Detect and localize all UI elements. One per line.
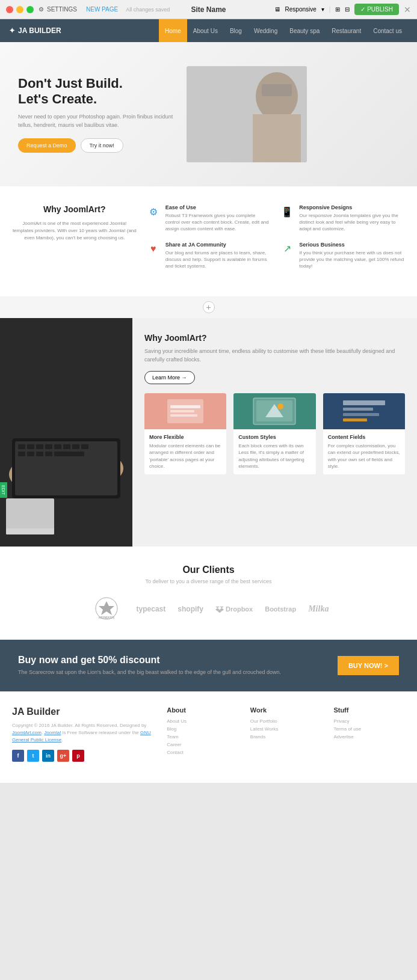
client-dropbox: Dropbox xyxy=(215,605,253,613)
footer-stuff-col: Stuff Privacy Terms of use Advertise xyxy=(333,706,405,762)
try-button[interactable]: Try it now! xyxy=(81,138,123,153)
client-bootstrap: Bootstrap xyxy=(265,605,296,613)
nav-beauty[interactable]: Beauty spa xyxy=(283,19,326,42)
svg-rect-38 xyxy=(343,413,379,416)
footer-portfolio[interactable]: Our Portfolio xyxy=(250,718,322,724)
saved-status: All changes saved xyxy=(126,7,170,13)
svg-rect-24 xyxy=(6,528,54,534)
footer-top: JA Builder Copyright © 2016 JA Builder. … xyxy=(12,706,405,762)
feature-business: ↗ Serious Business If you think your pur… xyxy=(280,242,405,270)
view-icon2: ⊟ xyxy=(345,6,350,13)
card-content-body: Content Fields For complex customisation… xyxy=(323,429,405,474)
hero-svg xyxy=(187,66,307,162)
flexible-svg xyxy=(158,393,212,429)
logo-text: JA BUILDER xyxy=(18,26,61,35)
logo-icon: ✦ xyxy=(9,26,15,35)
footer-privacy[interactable]: Privacy xyxy=(333,718,405,724)
footer-brands[interactable]: Brands xyxy=(250,734,322,740)
footer-work-title: Work xyxy=(250,706,322,714)
settings-area: ⚙ SETTINGS NEW PAGE All changes saved xyxy=(39,6,170,13)
card-flexible-title: More Flexible xyxy=(149,434,221,440)
clients-section: Our Clients To deliver to you a diverse … xyxy=(0,547,417,640)
new-page-btn[interactable]: NEW PAGE xyxy=(86,6,118,13)
business-icon: ↗ xyxy=(280,242,294,256)
buy-now-button[interactable]: BUY NOW! > xyxy=(338,656,399,675)
responsive-content: Responsive Designs Our responsive Joomla… xyxy=(299,204,405,233)
close-traffic-light[interactable] xyxy=(6,6,13,13)
ease-text: Robust T3 Framework gives you complete c… xyxy=(165,212,271,233)
responsive-title: Responsive Designs xyxy=(299,204,405,210)
hero-image xyxy=(187,66,307,162)
card-custom-image xyxy=(233,393,315,429)
edit-sidebar: EDIT xyxy=(0,482,7,498)
joomla-link[interactable]: Joomla! xyxy=(44,730,61,735)
dropdown-icon[interactable]: ▾ xyxy=(321,6,324,13)
svg-rect-14 xyxy=(54,444,61,449)
social-links: f t in g+ p xyxy=(12,750,155,762)
svg-rect-9 xyxy=(15,441,117,495)
settings-label[interactable]: SETTINGS xyxy=(47,6,77,13)
footer-blog[interactable]: Blog xyxy=(167,726,238,732)
publish-button[interactable]: ✓ PUBLISH xyxy=(354,4,399,15)
hero-buttons: Request a Demo Try it now! xyxy=(18,138,187,153)
close-button[interactable]: ✕ xyxy=(404,5,411,14)
svg-rect-36 xyxy=(343,400,385,405)
share-text: Our blog and forums are places to learn,… xyxy=(165,250,271,270)
social-googleplus[interactable]: g+ xyxy=(57,750,69,762)
nav-blog[interactable]: Blog xyxy=(224,19,248,42)
card-custom-body: Custom Styles Each block comes with its … xyxy=(233,429,315,474)
card-content-image xyxy=(323,393,405,429)
social-pinterest[interactable]: p xyxy=(72,750,84,762)
hero-title-line2: Let's Create. xyxy=(18,91,187,107)
nav-restaurant[interactable]: Restaurant xyxy=(326,19,367,42)
responsive-text: Our responsive Joomla templates give you… xyxy=(299,212,405,233)
ease-content: Ease of Use Robust T3 Framework gives yo… xyxy=(165,204,271,233)
social-twitter[interactable]: t xyxy=(27,750,39,762)
nav-wedding[interactable]: Wedding xyxy=(248,19,283,42)
builder-title: Why JoomlArt? xyxy=(144,333,405,343)
cta-content: Buy now and get 50% discount The Scarecr… xyxy=(18,655,338,676)
clients-logos: HEINEKEN typecast shopify Dropbox Bootst… xyxy=(12,596,405,622)
social-linkedin[interactable]: in xyxy=(42,750,54,762)
footer-latest-works[interactable]: Latest Works xyxy=(250,726,322,732)
footer: JA Builder Copyright © 2016 JA Builder. … xyxy=(0,691,417,783)
heineken-logo: HEINEKEN xyxy=(88,596,125,620)
footer-career[interactable]: Career xyxy=(167,742,238,747)
why-middle: ⚙ Ease of Use Robust T3 Framework gives … xyxy=(146,204,271,278)
card-content-title: Content Fields xyxy=(328,434,400,440)
footer-stuff-title: Stuff xyxy=(333,706,405,714)
svg-rect-11 xyxy=(27,444,34,449)
maximize-traffic-light[interactable] xyxy=(26,6,34,13)
builder-section: Why JoomlArt? Saving your incredible amo… xyxy=(0,318,417,547)
svg-rect-19 xyxy=(27,452,34,456)
footer-advertise[interactable]: Advertise xyxy=(333,734,405,740)
client-heineken: HEINEKEN xyxy=(88,596,125,622)
learn-more-button[interactable]: Learn More → xyxy=(144,371,195,384)
demo-button[interactable]: Request a Demo xyxy=(18,138,76,153)
why-description: JoomlArt is one of the most experienced … xyxy=(12,220,137,242)
responsive-label[interactable]: Responsive xyxy=(285,6,317,13)
nav-contact[interactable]: Contact us xyxy=(367,19,408,42)
cta-title: Buy now and get 50% discount xyxy=(18,655,338,666)
feature-responsive: 📱 Responsive Designs Our responsive Joom… xyxy=(280,204,405,233)
footer-brand-title: JA Builder xyxy=(12,706,155,717)
feature-share: ♥ Share at JA Community Our blog and for… xyxy=(146,242,271,270)
footer-team[interactable]: Team xyxy=(167,734,238,740)
social-facebook[interactable]: f xyxy=(12,750,24,762)
joomlart-link[interactable]: JoomlArt.com xyxy=(12,730,42,735)
svg-marker-41 xyxy=(99,601,114,615)
nav-about[interactable]: About Us xyxy=(187,19,224,42)
footer-terms[interactable]: Terms of use xyxy=(333,726,405,732)
footer-contact[interactable]: Contact xyxy=(167,750,238,755)
cards-grid: More Flexible Modular content elements c… xyxy=(144,393,405,474)
settings-icon: ⚙ xyxy=(39,6,44,13)
nav-home[interactable]: Home xyxy=(159,19,187,42)
footer-about-us[interactable]: About Us xyxy=(167,718,238,724)
client-typecast: typecast xyxy=(137,605,166,613)
svg-rect-13 xyxy=(45,444,52,449)
svg-rect-29 xyxy=(170,414,197,417)
minimize-traffic-light[interactable] xyxy=(16,6,23,13)
add-section-button[interactable]: + xyxy=(203,301,215,313)
card-flexible-image xyxy=(144,393,226,429)
why-right: 📱 Responsive Designs Our responsive Joom… xyxy=(280,204,405,278)
